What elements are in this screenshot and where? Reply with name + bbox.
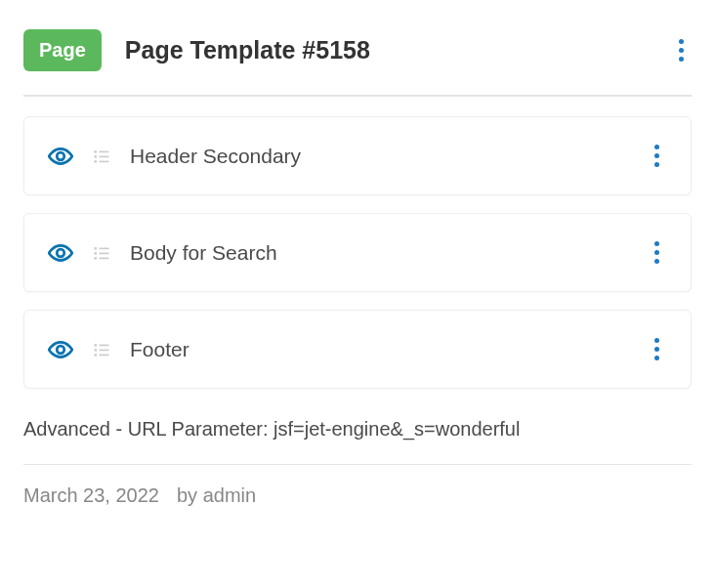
- header-menu-button[interactable]: [671, 31, 692, 69]
- kebab-dot-icon: [679, 48, 684, 53]
- svg-rect-12: [95, 257, 98, 260]
- template-item-header-secondary[interactable]: Header Secondary: [23, 116, 692, 195]
- item-menu-button[interactable]: [647, 137, 667, 175]
- kebab-dot-icon: [654, 241, 659, 246]
- svg-rect-6: [100, 160, 109, 162]
- template-item-body-for-search[interactable]: Body for Search: [23, 213, 692, 292]
- item-menu-button[interactable]: [647, 233, 667, 272]
- kebab-dot-icon: [679, 57, 684, 62]
- kebab-dot-icon: [654, 162, 659, 167]
- svg-rect-17: [95, 349, 98, 352]
- svg-rect-9: [100, 247, 109, 249]
- svg-rect-11: [100, 252, 109, 254]
- eye-icon[interactable]: [48, 240, 73, 266]
- svg-point-7: [57, 249, 64, 257]
- kebab-dot-icon: [679, 39, 684, 44]
- svg-rect-1: [95, 150, 98, 153]
- template-label: Header Secondary: [130, 145, 301, 168]
- svg-rect-2: [100, 150, 109, 152]
- kebab-dot-icon: [654, 347, 659, 352]
- item-left: Footer: [48, 337, 189, 362]
- svg-rect-5: [95, 160, 98, 163]
- svg-rect-3: [95, 155, 98, 158]
- kebab-dot-icon: [654, 250, 659, 255]
- template-label: Body for Search: [130, 241, 277, 265]
- template-list: Header Secondary: [23, 97, 692, 389]
- svg-point-14: [57, 346, 64, 354]
- svg-rect-8: [95, 247, 98, 250]
- svg-rect-16: [100, 344, 109, 346]
- meta-date: March 23, 2022: [23, 484, 159, 507]
- svg-rect-18: [100, 349, 109, 351]
- svg-rect-13: [100, 257, 109, 259]
- list-icon: [91, 146, 112, 167]
- item-menu-button[interactable]: [647, 330, 667, 368]
- svg-rect-4: [100, 155, 109, 157]
- svg-point-0: [57, 152, 64, 160]
- template-item-footer[interactable]: Footer: [23, 310, 692, 389]
- eye-icon[interactable]: [48, 337, 73, 362]
- kebab-dot-icon: [654, 356, 659, 360]
- item-left: Body for Search: [48, 240, 277, 266]
- kebab-dot-icon: [654, 145, 659, 149]
- svg-rect-15: [95, 344, 98, 347]
- list-icon: [91, 339, 112, 360]
- kebab-dot-icon: [654, 153, 659, 158]
- kebab-dot-icon: [654, 338, 659, 343]
- svg-rect-19: [95, 354, 98, 357]
- page-title: Page Template #5158: [125, 36, 370, 64]
- meta-author: by admin: [177, 484, 256, 507]
- advanced-url-parameter: Advanced - URL Parameter: jsf=jet-engine…: [23, 418, 692, 465]
- page-badge: Page: [23, 29, 102, 71]
- svg-rect-20: [100, 354, 109, 356]
- list-icon: [91, 242, 112, 264]
- template-label: Footer: [130, 338, 189, 361]
- header-left: Page Page Template #5158: [23, 29, 370, 71]
- item-left: Header Secondary: [48, 144, 301, 169]
- svg-rect-10: [95, 252, 98, 255]
- meta-row: March 23, 2022 by admin: [23, 484, 692, 507]
- eye-icon[interactable]: [48, 144, 73, 169]
- kebab-dot-icon: [654, 259, 659, 264]
- template-header: Page Page Template #5158: [23, 29, 692, 97]
